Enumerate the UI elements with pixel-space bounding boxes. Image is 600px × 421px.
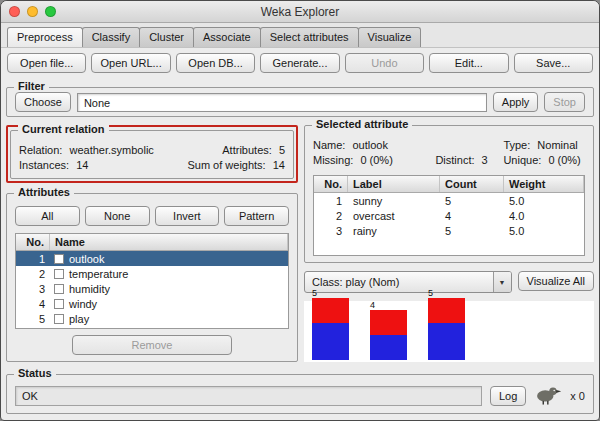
class-distribution-histogram: 5 4 5	[304, 301, 594, 362]
bar-segment-play-no	[312, 298, 349, 323]
tab-select-attributes[interactable]: Select attributes	[260, 27, 359, 47]
attr-unique-label: Unique:	[503, 154, 541, 166]
generate-button[interactable]: Generate...	[260, 53, 339, 73]
class-combobox-value: Class: play (Nom)	[305, 276, 493, 288]
apply-filter-button[interactable]: Apply	[493, 92, 539, 112]
attribute-row-outlook[interactable]: 1 outlook	[16, 251, 288, 266]
attr-name-label: Name:	[313, 139, 345, 151]
bar-segment-play-no	[370, 310, 407, 335]
value-count: 4	[440, 210, 504, 222]
attribute-row-humidity[interactable]: 3 humidity	[16, 281, 288, 296]
bar-count-label: 4	[370, 300, 407, 310]
attr-missing-label: Missing:	[313, 154, 353, 166]
histogram-bar-overcast: 4	[370, 300, 407, 360]
choose-filter-button[interactable]: Choose	[15, 92, 71, 112]
attribute-row-play[interactable]: 5 play	[16, 311, 288, 326]
value-row-overcast: 2 overcast 4 4.0	[314, 208, 584, 223]
column-header-count: Count	[440, 176, 504, 192]
edit-button[interactable]: Edit...	[429, 53, 508, 73]
attribute-row-no: 1	[16, 253, 50, 265]
attribute-values-table: No. Label Count Weight 1 sunny 5 5.0 2 o…	[313, 175, 585, 256]
tab-preprocess[interactable]: Preprocess	[7, 27, 83, 47]
attr-distinct-value: 3	[482, 154, 488, 166]
log-button[interactable]: Log	[490, 386, 526, 406]
window-title: Weka Explorer	[1, 5, 599, 19]
histogram-bar-sunny: 5	[312, 288, 349, 360]
attribute-row-name: windy	[69, 298, 97, 310]
attribute-row-windy[interactable]: 4 windy	[16, 296, 288, 311]
value-label: sunny	[348, 195, 440, 207]
select-none-button[interactable]: None	[85, 206, 150, 226]
filter-panel: Filter Choose None Apply Stop	[6, 87, 594, 117]
pattern-button[interactable]: Pattern	[224, 206, 289, 226]
visualize-all-button[interactable]: Visualize All	[518, 271, 595, 291]
bar-segment-play-yes	[428, 323, 465, 360]
undo-button[interactable]: Undo	[345, 53, 424, 73]
attributes-panel-title: Attributes	[14, 186, 74, 198]
attribute-row-temperature[interactable]: 2 temperature	[16, 266, 288, 281]
value-row-rainy: 3 rainy 5 5.0	[314, 223, 584, 238]
filter-value-field[interactable]: None	[77, 93, 487, 112]
column-header-no: No.	[16, 234, 50, 250]
weka-status-counter: x 0	[570, 390, 585, 402]
attr-missing-value: 0 (0%)	[360, 154, 392, 166]
bar-segment-play-yes	[370, 335, 407, 360]
sum-of-weights-value: 14	[273, 159, 285, 171]
relation-value: weather.symbolic	[69, 144, 153, 156]
value-count: 5	[440, 195, 504, 207]
tab-associate[interactable]: Associate	[193, 27, 261, 47]
select-all-button[interactable]: All	[15, 206, 80, 226]
value-label: rainy	[348, 225, 440, 237]
chevron-down-icon[interactable]: ▼	[493, 272, 511, 292]
values-table-header: No. Label Count Weight	[314, 176, 584, 193]
attr-unique-value: 0 (0%)	[548, 154, 580, 166]
value-no: 2	[314, 210, 348, 222]
bar-segment-play-yes	[312, 323, 349, 360]
attr-type-label: Type:	[503, 139, 530, 151]
open-file-button[interactable]: Open file...	[7, 53, 86, 73]
attribute-checkbox[interactable]	[54, 314, 64, 324]
attributes-table-header: No. Name	[16, 234, 288, 251]
value-no: 3	[314, 225, 348, 237]
tab-classify[interactable]: Classify	[82, 27, 141, 47]
value-label: overcast	[348, 210, 440, 222]
instances-label: Instances:	[19, 159, 69, 171]
attribute-checkbox[interactable]	[54, 269, 64, 279]
attribute-row-no: 5	[16, 313, 50, 325]
attribute-checkbox[interactable]	[54, 254, 64, 264]
bar-count-label: 5	[312, 288, 349, 298]
attributes-count-value: 5	[279, 144, 285, 156]
attribute-row-name: humidity	[69, 283, 110, 295]
relation-label: Relation:	[19, 144, 62, 156]
value-no: 1	[314, 195, 348, 207]
attribute-row-name: outlook	[69, 253, 104, 265]
tab-cluster[interactable]: Cluster	[139, 27, 194, 47]
sum-of-weights-label: Sum of weights:	[187, 159, 265, 171]
remove-attribute-button[interactable]: Remove	[72, 335, 232, 355]
tab-visualize[interactable]: Visualize	[358, 27, 422, 47]
right-column: Selected attribute Name: outlook Type: N…	[304, 125, 594, 362]
attribute-checkbox[interactable]	[54, 299, 64, 309]
selected-attribute-panel: Selected attribute Name: outlook Type: N…	[304, 125, 594, 263]
attribute-checkbox[interactable]	[54, 284, 64, 294]
current-relation-title: Current relation	[18, 123, 109, 135]
toolbar: Open file... Open URL... Open DB... Gene…	[1, 48, 599, 78]
attribute-row-name: temperature	[69, 268, 128, 280]
attributes-table: No. Name 1 outlook 2 temperature 3 humid…	[15, 233, 289, 329]
value-weight: 4.0	[504, 210, 584, 222]
attr-distinct-label: Distinct:	[435, 154, 474, 166]
invert-selection-button[interactable]: Invert	[155, 206, 220, 226]
attr-type-value: Nominal	[537, 139, 577, 151]
current-relation-highlight: Current relation Relation: weather.symbo…	[6, 125, 298, 183]
status-message: OK	[15, 386, 482, 406]
bar-count-label: 5	[428, 288, 465, 298]
save-button[interactable]: Save...	[514, 53, 593, 73]
open-url-button[interactable]: Open URL...	[91, 53, 170, 73]
stop-filter-button[interactable]: Stop	[544, 92, 585, 112]
open-db-button[interactable]: Open DB...	[176, 53, 255, 73]
weka-bird-icon	[534, 385, 562, 407]
histogram-bar-rainy: 5	[428, 288, 465, 360]
weka-explorer-window: Weka Explorer Preprocess Classify Cluste…	[0, 0, 600, 421]
attr-name-value: outlook	[352, 139, 387, 151]
attribute-row-no: 2	[16, 268, 50, 280]
